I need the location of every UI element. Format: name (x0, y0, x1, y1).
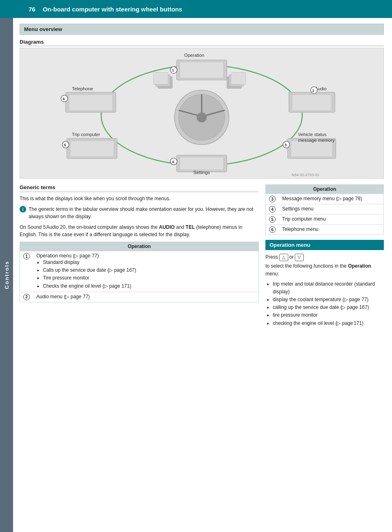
svg-text:6: 6 (62, 97, 65, 101)
bullet-item: trip meter and total distance recorder (… (273, 280, 384, 296)
row2-text: Audio menu (▷ page 77) (36, 294, 90, 300)
svg-text:Operation: Operation (184, 53, 204, 58)
right-operation-table: Operation 3 Message memory menu (▷ page … (265, 184, 384, 235)
row2-num: 2 (20, 292, 33, 302)
header-title: On-board computer with steering wheel bu… (43, 6, 183, 13)
down-key-icon: ▽ (295, 254, 304, 261)
left-operation-table: Operation 1 Operation menu (▷ page 77) S… (20, 241, 259, 302)
row5-num: 5 (266, 215, 279, 225)
operation-menu-bullets: trip meter and total distance recorder (… (265, 280, 384, 327)
bullet-item: Tire pressure monitor (43, 274, 255, 282)
row1-content: Operation menu (▷ page 77) Standard disp… (33, 251, 259, 292)
left-column: Generic terms This is what the displays … (20, 184, 259, 327)
right-table-header: Operation (266, 185, 384, 194)
bullet-item: calling up the service due date (▷ page … (273, 304, 384, 311)
to-select-text: to select the following functions in the… (265, 262, 384, 278)
on-sound-text: On Sound 5 Audio 20, the on-board comput… (20, 224, 259, 238)
row3-num: 3 (266, 194, 279, 204)
left-table-header: Operation (20, 242, 259, 251)
svg-rect-41 (231, 72, 246, 84)
svg-rect-25 (180, 157, 224, 170)
circle-3: 3 (269, 196, 276, 202)
table-row: 5 Trip computer menu (266, 215, 384, 225)
generic-terms-para1: This is what the displays look like when… (20, 195, 259, 202)
diagram-image: Operation 1 Audio 2 Vehicle status messa… (20, 48, 384, 179)
svg-text:Settings: Settings (193, 170, 210, 175)
diagram-svg: Operation 1 Audio 2 Vehicle status messa… (20, 48, 383, 178)
header-bar: 76 On-board computer with steering wheel… (0, 0, 392, 18)
svg-text:N54-32-2733-31: N54-32-2733-31 (292, 173, 319, 177)
bullet-item: Checks the engine oil level (▷ page 171) (43, 282, 255, 290)
press-row: Press △ or ▽ to select the following fun… (265, 253, 384, 278)
row4-content: Settings menu (279, 204, 384, 215)
circle-4: 4 (269, 206, 276, 212)
svg-rect-14 (292, 95, 332, 111)
circle-6: 6 (269, 226, 276, 233)
table-row: 3 Message memory menu (▷ page 78) (266, 194, 384, 204)
svg-text:1: 1 (172, 68, 174, 72)
operation-menu-bar: Operation menu (265, 240, 384, 250)
row1-text: Operation menu (▷ page 77) (36, 253, 99, 259)
press-label: Press (265, 253, 278, 261)
svg-text:2: 2 (312, 89, 314, 93)
bullet-item: checking the engine oil level (▷ page 17… (273, 320, 384, 327)
two-column-layout: Generic terms This is what the displays … (20, 184, 384, 327)
circle-2: 2 (23, 294, 30, 300)
svg-text:Telephone: Telephone (72, 86, 93, 91)
or-label: or (290, 253, 294, 261)
bullet-item: tire pressure monitor (273, 311, 384, 319)
bullet-item: Standard display (43, 259, 255, 266)
row1-num: 1 (20, 251, 33, 292)
bullet-item: Calls up the service due date (▷ page 16… (43, 266, 255, 274)
info-box: i The generic terms in the tabular overv… (20, 206, 259, 220)
diagrams-label: Diagrams (20, 39, 384, 46)
generic-terms-title: Generic terms (20, 184, 259, 192)
svg-text:3: 3 (285, 143, 287, 147)
svg-rect-19 (291, 141, 332, 157)
row1-bullets: Standard display Calls up the service du… (36, 259, 255, 290)
svg-rect-44 (154, 72, 168, 84)
circle-5: 5 (269, 216, 276, 223)
left-tab-label: Controls (4, 261, 10, 289)
circle-1: 1 (23, 253, 30, 259)
svg-text:message memory: message memory (298, 138, 335, 143)
info-icon: i (20, 206, 26, 212)
table-row: 2 Audio menu (▷ page 77) (20, 292, 259, 302)
operation-menu-text: Press △ or ▽ to select the following fun… (265, 253, 384, 327)
row3-content: Message memory menu (▷ page 78) (279, 194, 384, 204)
row5-content: Trip computer menu (279, 215, 384, 225)
svg-rect-35 (69, 95, 113, 111)
table-row: 1 Operation menu (▷ page 77) Standard di… (20, 251, 259, 292)
row6-num: 6 (266, 225, 279, 235)
main-layout: Controls Menu overview Diagrams (0, 18, 392, 532)
content-area: Menu overview Diagrams (13, 18, 392, 532)
table-row: 6 Telephone menu (266, 225, 384, 235)
section-title-bar: Menu overview (20, 24, 384, 35)
row4-num: 4 (266, 204, 279, 215)
right-column: Operation 3 Message memory menu (▷ page … (265, 184, 384, 327)
svg-text:4: 4 (172, 160, 174, 164)
svg-text:Trip computer: Trip computer (72, 132, 100, 137)
row6-content: Telephone menu (279, 225, 384, 235)
svg-point-4 (197, 112, 207, 123)
svg-rect-9 (180, 62, 224, 78)
svg-text:Vehicle status: Vehicle status (298, 132, 327, 137)
page-number: 76 (29, 6, 36, 13)
left-tab: Controls (0, 18, 13, 532)
info-text: The generic terms in the tabular overvie… (29, 206, 259, 220)
svg-text:5: 5 (64, 143, 66, 147)
up-key-icon: △ (279, 254, 288, 261)
svg-rect-30 (70, 141, 114, 157)
row2-content: Audio menu (▷ page 77) (33, 292, 259, 302)
table-row: 4 Settings menu (266, 204, 384, 215)
bullet-item: display the coolant temperature (▷ page … (273, 296, 384, 304)
